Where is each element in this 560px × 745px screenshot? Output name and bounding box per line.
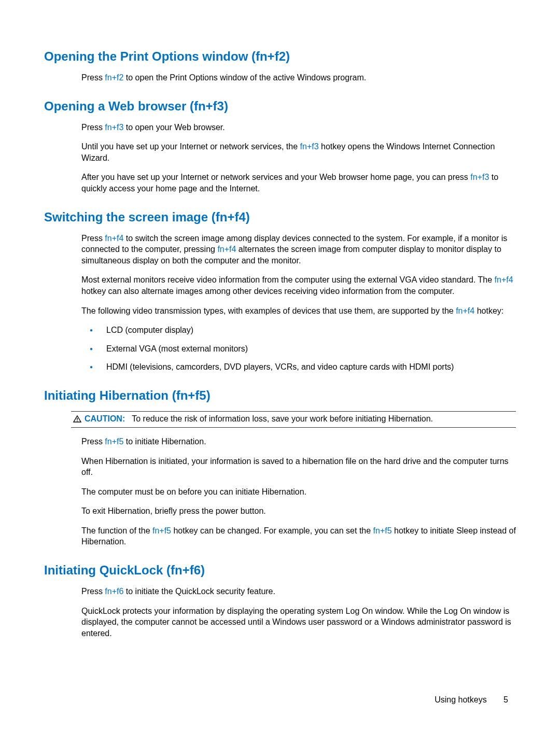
text: Press bbox=[81, 73, 105, 82]
page-number: 5 bbox=[503, 695, 508, 704]
svg-rect-1 bbox=[77, 420, 77, 421]
video-types-list: LCD (computer display) External VGA (mos… bbox=[81, 325, 516, 373]
hotkey-fn-f5: fn+f5 bbox=[373, 526, 392, 535]
list-item: LCD (computer display) bbox=[81, 325, 516, 336]
list-item: External VGA (most external monitors) bbox=[81, 343, 516, 355]
heading-fn-f4: Switching the screen image (fn+f4) bbox=[44, 210, 516, 224]
hotkey-fn-f4: fn+f4 bbox=[217, 245, 236, 254]
text: The function of the bbox=[81, 526, 152, 535]
hotkey-fn-f5: fn+f5 bbox=[105, 437, 123, 446]
paragraph: Most external monitors receive video inf… bbox=[81, 274, 516, 297]
text: to initiate Hibernation. bbox=[123, 437, 206, 446]
hotkey-fn-f2: fn+f2 bbox=[105, 73, 123, 82]
page-content: Opening the Print Options window (fn+f2)… bbox=[0, 0, 560, 639]
hotkey-fn-f3: fn+f3 bbox=[105, 123, 123, 132]
caution-label: CAUTION: bbox=[85, 414, 125, 423]
heading-fn-f3: Opening a Web browser (fn+f3) bbox=[44, 99, 516, 114]
hotkey-fn-f6: fn+f6 bbox=[105, 587, 123, 596]
paragraph: Press fn+f5 to initiate Hibernation. bbox=[81, 436, 516, 447]
text: The following video transmission types, … bbox=[81, 306, 456, 315]
text: Press bbox=[81, 234, 105, 243]
paragraph: Until you have set up your Internet or n… bbox=[81, 141, 516, 163]
text: to open the Print Options window of the … bbox=[123, 73, 366, 82]
hotkey-fn-f5: fn+f5 bbox=[152, 526, 171, 535]
paragraph: The following video transmission types, … bbox=[81, 305, 516, 317]
section-web-browser: Opening a Web browser (fn+f3) Press fn+f… bbox=[44, 99, 516, 194]
text: to open your Web browser. bbox=[123, 123, 225, 132]
hotkey-fn-f4: fn+f4 bbox=[456, 306, 474, 315]
page-footer: Using hotkeys 5 bbox=[435, 695, 508, 705]
text: to initiate the QuickLock security featu… bbox=[123, 587, 275, 596]
heading-fn-f5: Initiating Hibernation (fn+f5) bbox=[44, 388, 516, 403]
section-hibernation: Initiating Hibernation (fn+f5) CAUTION: … bbox=[44, 388, 516, 547]
text: After you have set up your Internet or n… bbox=[81, 173, 470, 181]
paragraph: After you have set up your Internet or n… bbox=[81, 172, 516, 194]
caution-text: To reduce the risk of information loss, … bbox=[132, 414, 433, 423]
hotkey-fn-f3: fn+f3 bbox=[470, 173, 489, 181]
section-print-options: Opening the Print Options window (fn+f2)… bbox=[44, 49, 516, 83]
caution-box: CAUTION: To reduce the risk of informati… bbox=[71, 411, 516, 428]
section-screen-image: Switching the screen image (fn+f4) Press… bbox=[44, 210, 516, 373]
heading-fn-f6: Initiating QuickLock (fn+f6) bbox=[44, 563, 516, 578]
hotkey-fn-f4: fn+f4 bbox=[495, 275, 513, 284]
paragraph: When Hibernation is initiated, your info… bbox=[81, 456, 516, 478]
paragraph: Press fn+f4 to switch the screen image a… bbox=[81, 233, 516, 266]
caution-icon bbox=[73, 415, 81, 425]
text: Until you have set up your Internet or n… bbox=[81, 142, 300, 151]
paragraph: Press fn+f3 to open your Web browser. bbox=[81, 122, 516, 133]
hotkey-fn-f4: fn+f4 bbox=[105, 234, 123, 243]
text: Press bbox=[81, 123, 105, 132]
svg-rect-0 bbox=[77, 418, 77, 420]
section-quicklock: Initiating QuickLock (fn+f6) Press fn+f6… bbox=[44, 563, 516, 639]
text: Press bbox=[81, 437, 105, 446]
text: hotkey can also alternate images among o… bbox=[81, 287, 455, 296]
heading-fn-f2: Opening the Print Options window (fn+f2) bbox=[44, 49, 516, 64]
paragraph: The computer must be on before you can i… bbox=[81, 486, 516, 498]
paragraph: The function of the fn+f5 hotkey can be … bbox=[81, 525, 516, 547]
hotkey-fn-f3: fn+f3 bbox=[300, 142, 319, 151]
paragraph: Press fn+f2 to open the Print Options wi… bbox=[81, 72, 516, 83]
paragraph: To exit Hibernation, briefly press the p… bbox=[81, 505, 516, 517]
list-item: HDMI (televisions, camcorders, DVD playe… bbox=[81, 361, 516, 373]
text: hotkey: bbox=[474, 306, 503, 315]
footer-label: Using hotkeys bbox=[435, 695, 487, 704]
text: Press bbox=[81, 587, 105, 596]
text: Most external monitors receive video inf… bbox=[81, 275, 495, 284]
paragraph: Press fn+f6 to initiate the QuickLock se… bbox=[81, 586, 516, 597]
paragraph: QuickLock protects your information by d… bbox=[81, 606, 516, 639]
text: hotkey can be changed. For example, you … bbox=[171, 526, 373, 535]
